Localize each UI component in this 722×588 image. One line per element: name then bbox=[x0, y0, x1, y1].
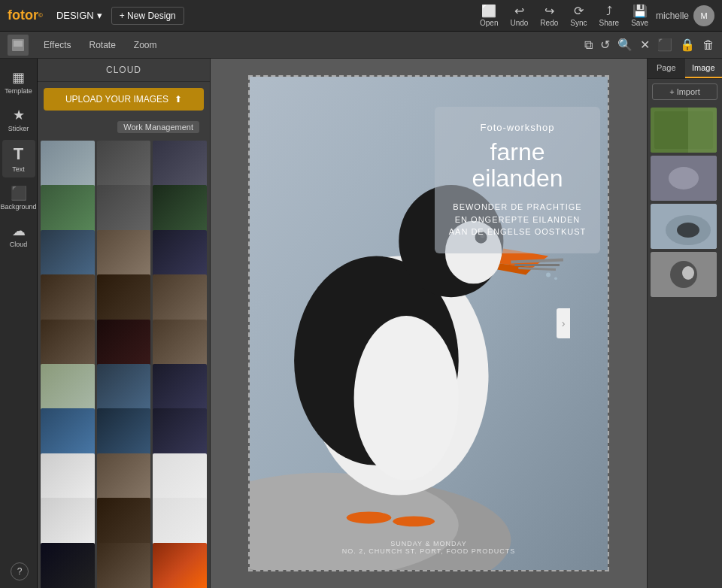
upload-icon: ⬆ bbox=[174, 94, 182, 105]
svg-point-20 bbox=[393, 516, 435, 526]
grid-thumb-27[interactable] bbox=[41, 543, 95, 588]
sync-button[interactable]: ⟳ Sync bbox=[570, 4, 587, 27]
open-icon: ⬜ bbox=[481, 4, 496, 18]
undo-icon: ↩ bbox=[514, 4, 524, 18]
crosshair-icon[interactable]: ✕ bbox=[640, 38, 650, 52]
toolbar2-icon-group: ⧉ ↺ 🔍 ✕ ⬛ 🔒 🗑 bbox=[584, 38, 714, 52]
right-thumb-2[interactable] bbox=[651, 156, 717, 201]
user-menu[interactable]: michelle M bbox=[656, 5, 714, 26]
sidebar-item-text[interactable]: T Text bbox=[2, 140, 35, 177]
canvas-body: BEWONDER DE PRACHTIGEEN ONGEREPTE EILAND… bbox=[446, 201, 589, 238]
plus-icon: + bbox=[669, 87, 674, 96]
effects-button[interactable]: Effects bbox=[41, 38, 74, 52]
layers-icon[interactable]: ⬛ bbox=[657, 38, 672, 52]
save-button[interactable]: 💾 Save bbox=[631, 4, 648, 27]
upload-button[interactable]: UPLOAD YOUR IMAGES ⬆ bbox=[44, 88, 204, 111]
copy-icon[interactable]: ⧉ bbox=[584, 38, 593, 52]
canvas-title: farne eilanden bbox=[446, 139, 589, 192]
grid-thumb-29[interactable] bbox=[153, 543, 207, 588]
panel-title: CLOUD bbox=[38, 59, 210, 82]
right-thumb-1[interactable] bbox=[651, 108, 717, 153]
right-thumb-3[interactable] bbox=[651, 204, 717, 249]
sidebar-item-template[interactable]: ▦ Template bbox=[2, 65, 35, 99]
grid-thumb-28[interactable] bbox=[97, 543, 151, 588]
sidebar-item-sticker[interactable]: ★ Sticker bbox=[2, 102, 35, 137]
canvas-thumbnail[interactable] bbox=[8, 35, 29, 56]
secondary-toolbar: Effects Rotate Zoom ⧉ ↺ 🔍 ✕ ⬛ 🔒 🗑 bbox=[0, 32, 722, 59]
main-content: ▦ Template ★ Sticker T Text ⬛ Background… bbox=[0, 59, 722, 588]
refresh-icon[interactable]: ↺ bbox=[600, 38, 610, 52]
topbar: fotor© DESIGN ▾ + New Design ⬜ Open ↩ Un… bbox=[0, 0, 722, 32]
sidebar-item-cloud[interactable]: ☁ Cloud bbox=[2, 218, 35, 253]
help-button[interactable]: ? bbox=[11, 562, 29, 580]
sidebar-item-background[interactable]: ⬛ Background bbox=[2, 180, 35, 215]
svg-line-16 bbox=[518, 268, 556, 269]
lock-icon[interactable]: 🔒 bbox=[680, 38, 695, 52]
share-icon: ⤴ bbox=[606, 5, 612, 18]
left-panel: CLOUD UPLOAD YOUR IMAGES ⬆ Work Manageme… bbox=[38, 59, 211, 588]
svg-point-25 bbox=[669, 167, 699, 189]
svg-rect-23 bbox=[688, 108, 717, 153]
avatar: M bbox=[693, 5, 714, 26]
design-menu-button[interactable]: DESIGN ▾ bbox=[50, 7, 108, 24]
topbar-actions: ⬜ Open ↩ Undo ↪ Redo ⟳ Sync ⤴ Share 💾 Sa… bbox=[480, 4, 648, 27]
tab-page[interactable]: Page bbox=[648, 59, 685, 78]
delete-icon[interactable]: 🗑 bbox=[702, 38, 714, 52]
right-tabs: Page Image bbox=[648, 59, 722, 79]
redo-icon: ↪ bbox=[545, 4, 554, 18]
right-thumb-4[interactable] bbox=[651, 252, 717, 297]
canvas-subtitle: Foto-workshop bbox=[446, 122, 589, 133]
sync-icon: ⟳ bbox=[574, 4, 584, 18]
new-design-button[interactable]: + New Design bbox=[111, 7, 184, 25]
rotate-button[interactable]: Rotate bbox=[86, 38, 118, 52]
svg-rect-1 bbox=[14, 41, 23, 47]
right-thumbnails bbox=[648, 105, 722, 588]
cloud-icon: ☁ bbox=[12, 223, 26, 239]
redo-button[interactable]: ↪ Redo bbox=[540, 4, 558, 27]
svg-point-19 bbox=[347, 511, 392, 523]
svg-point-31 bbox=[682, 266, 694, 280]
share-button[interactable]: ⤴ Share bbox=[599, 5, 620, 27]
text-icon: T bbox=[14, 144, 23, 164]
svg-point-28 bbox=[677, 223, 699, 238]
zoom-button[interactable]: Zoom bbox=[131, 38, 160, 52]
svg-point-18 bbox=[554, 277, 557, 280]
open-button[interactable]: ⬜ Open bbox=[480, 4, 498, 27]
canvas-bottom-text: SUNDAY & MONDAY NO. 2, CHURCH ST. PORT, … bbox=[250, 540, 608, 555]
design-canvas[interactable]: Foto-workshop farne eilanden BEWONDER DE… bbox=[248, 75, 609, 571]
chevron-down-icon: ▾ bbox=[97, 10, 102, 21]
thumbnail-icon bbox=[11, 38, 25, 52]
sticker-icon: ★ bbox=[13, 107, 25, 123]
text-overlay-box: Foto-workshop farne eilanden BEWONDER DE… bbox=[435, 107, 600, 253]
image-grid bbox=[38, 138, 210, 588]
undo-button[interactable]: ↩ Undo bbox=[510, 4, 528, 27]
template-icon: ▦ bbox=[12, 69, 25, 86]
sidebar: ▦ Template ★ Sticker T Text ⬛ Background… bbox=[0, 59, 38, 588]
save-icon: 💾 bbox=[633, 4, 648, 18]
svg-point-17 bbox=[546, 272, 551, 277]
zoom-search-icon[interactable]: 🔍 bbox=[617, 38, 633, 52]
svg-point-7 bbox=[354, 316, 459, 480]
tab-image[interactable]: Image bbox=[685, 59, 723, 78]
panel-collapse-button[interactable]: › bbox=[557, 308, 570, 338]
import-button[interactable]: + Import bbox=[652, 83, 717, 100]
background-icon: ⬛ bbox=[11, 185, 27, 202]
canvas-area: Foto-workshop farne eilanden BEWONDER DE… bbox=[211, 59, 647, 588]
app-logo: fotor© bbox=[8, 8, 43, 23]
right-panel: Page Image + Import bbox=[647, 59, 722, 588]
filter-label[interactable]: Work Management bbox=[117, 121, 199, 133]
